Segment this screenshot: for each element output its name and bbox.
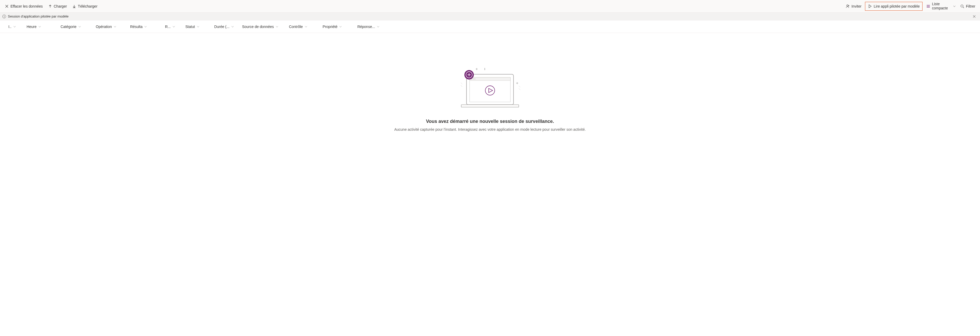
- col-response-label: Réponse...: [357, 25, 375, 29]
- filter-button[interactable]: Filtrer: [958, 0, 978, 12]
- table-header: I.. Heure Catégorie Opération Résulta R.…: [0, 21, 980, 33]
- list-mode-caret[interactable]: [952, 0, 958, 12]
- search-icon: [960, 4, 964, 8]
- col-control-label: Contrôle: [289, 25, 303, 29]
- close-icon: [972, 14, 976, 19]
- chevron-down-icon: [304, 25, 308, 28]
- dismiss-info-button[interactable]: [970, 13, 978, 20]
- col-response[interactable]: Réponse...: [357, 25, 384, 29]
- col-operation[interactable]: Opération: [96, 25, 121, 29]
- col-time-label: Heure: [27, 25, 37, 29]
- toolbar-right: Inviter Lire appli pilotée par modèle Li…: [843, 0, 978, 12]
- chevron-down-icon: [13, 25, 16, 28]
- svg-rect-5: [469, 77, 511, 102]
- chevron-down-icon: [952, 4, 956, 8]
- empty-state-title: Vous avez démarré une nouvelle session d…: [426, 119, 554, 124]
- empty-state: Vous avez démarré une nouvelle session d…: [0, 33, 980, 139]
- play-model-app-button[interactable]: Lire appli pilotée par modèle: [865, 2, 923, 11]
- list-icon: [926, 4, 930, 8]
- chevron-down-icon: [197, 25, 200, 28]
- download-label: Télécharger: [78, 4, 97, 8]
- chevron-down-icon: [172, 25, 175, 28]
- info-icon: [2, 14, 6, 19]
- chevron-down-icon: [231, 25, 234, 28]
- filter-label: Filtrer: [966, 4, 975, 8]
- col-result[interactable]: Résulta: [130, 25, 151, 29]
- svg-rect-6: [469, 77, 511, 81]
- clear-data-label: Effacer les données: [10, 4, 43, 8]
- svg-point-1: [961, 5, 963, 7]
- col-duration[interactable]: Durée (...: [214, 25, 238, 29]
- clear-data-button[interactable]: Effacer les données: [2, 0, 46, 12]
- col-operation-label: Opération: [96, 25, 112, 29]
- list-mode-button[interactable]: Liste compacte: [924, 0, 952, 12]
- chevron-down-icon: [339, 25, 342, 28]
- col-status-label: Statut: [185, 25, 195, 29]
- chevron-down-icon: [144, 25, 147, 28]
- load-label: Charger: [54, 4, 67, 8]
- svg-point-0: [847, 5, 848, 6]
- col-datasource[interactable]: Source de données: [242, 25, 283, 29]
- col-category-label: Catégorie: [60, 25, 76, 29]
- chevron-down-icon: [113, 25, 116, 28]
- col-r-label: R...: [165, 25, 171, 29]
- col-id-label: I..: [8, 25, 11, 29]
- x-icon: [5, 4, 9, 8]
- col-time[interactable]: Heure: [27, 25, 46, 29]
- empty-state-body: Aucune activité capturée pour l'instant.…: [395, 127, 586, 132]
- chevron-down-icon: [78, 25, 81, 28]
- session-info-text: Session d'application pilotée par modèle: [8, 14, 68, 18]
- session-info-bar: Session d'application pilotée par modèle: [0, 13, 980, 21]
- download-icon: [72, 4, 76, 8]
- upload-icon: [48, 4, 52, 8]
- chevron-down-icon: [377, 25, 380, 28]
- play-model-app-label: Lire appli pilotée par modèle: [873, 4, 920, 8]
- svg-point-9: [474, 78, 476, 80]
- top-toolbar: Effacer les données Charger Télécharger …: [0, 0, 980, 13]
- svg-point-8: [473, 78, 474, 80]
- col-r[interactable]: R...: [165, 25, 180, 29]
- empty-state-illustration: [448, 64, 532, 111]
- person-icon: [846, 4, 850, 8]
- col-property-label: Propriété: [323, 25, 338, 29]
- invite-label: Inviter: [851, 4, 861, 8]
- col-status[interactable]: Statut: [185, 25, 204, 29]
- load-button[interactable]: Charger: [46, 0, 70, 12]
- col-duration-label: Durée (...: [214, 25, 229, 29]
- col-result-label: Résulta: [130, 25, 142, 29]
- chevron-down-icon: [38, 25, 41, 28]
- invite-button[interactable]: Inviter: [843, 0, 864, 12]
- svg-point-3: [4, 16, 5, 16]
- col-datasource-label: Source de données: [242, 25, 274, 29]
- col-property[interactable]: Propriété: [323, 25, 347, 29]
- col-id[interactable]: I..: [8, 25, 21, 29]
- play-icon: [868, 4, 872, 8]
- svg-rect-11: [461, 105, 519, 107]
- chevron-down-icon: [275, 25, 278, 28]
- col-control[interactable]: Contrôle: [289, 25, 312, 29]
- download-button[interactable]: Télécharger: [70, 0, 100, 12]
- toolbar-left: Effacer les données Charger Télécharger: [2, 0, 100, 12]
- list-mode-label: Liste compacte: [932, 2, 951, 10]
- col-category[interactable]: Catégorie: [60, 25, 86, 29]
